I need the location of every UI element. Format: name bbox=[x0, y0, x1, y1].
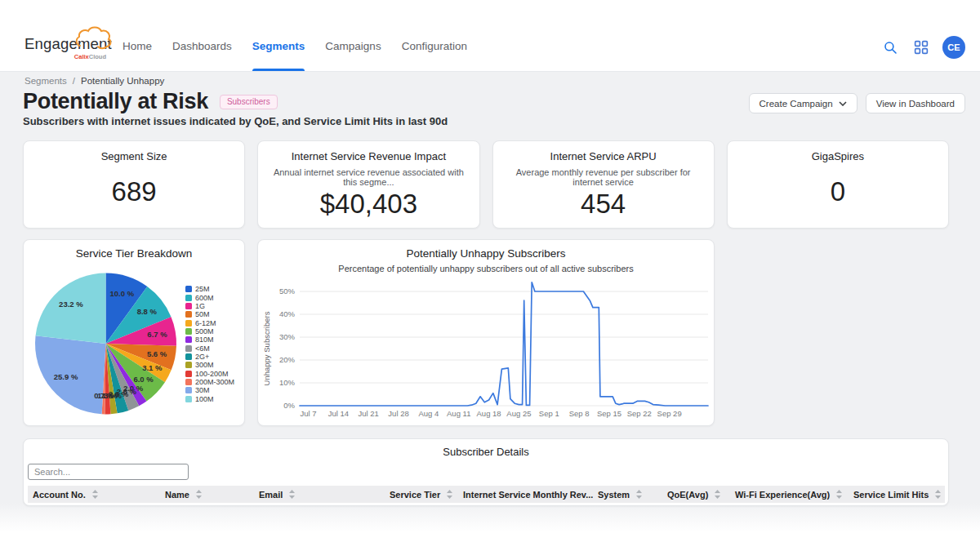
pie-chart-title: Service Tier Breakdown bbox=[24, 247, 244, 260]
legend-label: 100-200M bbox=[195, 370, 229, 378]
column-header-qoe-avg-[interactable]: QoE(Avg) bbox=[662, 490, 730, 500]
subscriber-details-card: Subscriber Details Account No.NameEmailS… bbox=[23, 438, 949, 506]
cloud-logo-icon bbox=[74, 24, 113, 52]
engagement-logo[interactable]: Engagement CalixCloud bbox=[24, 24, 103, 71]
legend-label: 2G+ bbox=[195, 353, 209, 361]
legend-item-300M: 300M bbox=[185, 361, 234, 369]
pie-label: 23.2 % bbox=[59, 300, 83, 309]
y-tick-label: 50% bbox=[279, 287, 296, 295]
legend-swatch bbox=[185, 371, 192, 377]
column-header-account-no-[interactable]: Account No. bbox=[28, 490, 160, 500]
column-label: Email bbox=[259, 490, 283, 500]
page-subtitle: Subscribers with internet issues indicat… bbox=[23, 115, 448, 127]
pie-label: 25.9 % bbox=[54, 372, 78, 381]
legend-item-25M: 25M bbox=[185, 285, 234, 293]
legend-swatch bbox=[185, 345, 192, 352]
legend-swatch bbox=[185, 286, 192, 292]
sort-icon bbox=[92, 490, 98, 499]
legend-item-2G+: 2G+ bbox=[185, 353, 234, 361]
legend-swatch bbox=[185, 379, 192, 385]
view-in-dashboard-button[interactable]: View in Dashboard bbox=[866, 93, 965, 113]
legend-label: 100M bbox=[195, 395, 214, 403]
legend-label: <6M bbox=[195, 344, 210, 353]
legend-item-100-200M: 100-200M bbox=[185, 369, 234, 377]
x-tick-label: Jul 14 bbox=[328, 409, 349, 418]
metric-title: GigaSpires bbox=[728, 150, 948, 162]
unhappy-subscribers-line bbox=[300, 282, 708, 406]
metric-value: $40,403 bbox=[258, 187, 479, 228]
legend-swatch bbox=[185, 362, 192, 368]
breadcrumb-parent[interactable]: Segments bbox=[24, 76, 67, 86]
column-label: Service Limit Hits bbox=[853, 490, 929, 500]
column-header-service-limit-hits[interactable]: Service Limit Hits bbox=[849, 490, 941, 500]
create-campaign-button[interactable]: Create Campaign bbox=[749, 93, 858, 113]
chevron-down-icon bbox=[839, 101, 847, 106]
potentially-unhappy-card: Potentially Unhappy Subscribers Percenta… bbox=[257, 239, 715, 426]
legend-label: 200M-300M bbox=[195, 378, 234, 386]
column-label: QoE(Avg) bbox=[667, 490, 708, 500]
legend-item-50M: 50M bbox=[185, 310, 234, 318]
nav-item-campaigns[interactable]: Campaigns bbox=[325, 24, 381, 71]
legend-item-30M: 30M bbox=[185, 386, 234, 394]
top-nav: Engagement CalixCloud HomeDashboardsSegm… bbox=[0, 0, 980, 72]
metric-title: Internet Service ARPU bbox=[493, 150, 714, 162]
x-tick-label: Sep 22 bbox=[627, 409, 652, 418]
metric-value: 454 bbox=[493, 187, 714, 228]
legend-swatch bbox=[185, 387, 192, 393]
column-header-wi-fi-experience-avg-[interactable]: Wi-Fi Experience(Avg) bbox=[730, 490, 849, 500]
table-header-row: Account No.NameEmailService TierInternet… bbox=[28, 486, 945, 503]
pie-label: 10.0 % bbox=[110, 289, 135, 298]
nav-item-configuration[interactable]: Configuration bbox=[402, 24, 467, 71]
legend-swatch bbox=[185, 320, 192, 327]
search-icon[interactable] bbox=[880, 38, 900, 57]
column-header-internet-service-monthly-rev-[interactable]: Internet Service Monthly Rev... bbox=[458, 490, 593, 500]
column-header-email[interactable]: Email bbox=[254, 490, 385, 500]
legend-swatch bbox=[185, 328, 192, 335]
unhappy-subscribers-line-chart: 0%10%20%30%40%50%Jul 7Jul 14Jul 21Jul 28… bbox=[258, 274, 715, 424]
sort-icon bbox=[636, 490, 642, 499]
legend-label: 50M bbox=[195, 310, 210, 318]
metric-card-gigaspires: GigaSpires0 bbox=[727, 140, 949, 229]
legend-swatch bbox=[185, 396, 192, 402]
legend-label: 6-12M bbox=[195, 319, 216, 327]
metric-title: Segment Size bbox=[24, 150, 244, 162]
pie-label: 3.1 % bbox=[142, 363, 163, 372]
table-title: Subscriber Details bbox=[24, 446, 948, 458]
main-content: Segments / Potentially Unhappy Potential… bbox=[0, 72, 980, 551]
column-label: Name bbox=[165, 490, 189, 500]
x-tick-label: Sep 1 bbox=[539, 409, 559, 418]
metric-value: 689 bbox=[24, 162, 244, 228]
metric-value: 0 bbox=[728, 162, 948, 228]
legend-label: 810M bbox=[195, 335, 214, 344]
subscribers-badge: Subscribers bbox=[220, 95, 278, 109]
sort-icon bbox=[289, 490, 295, 499]
nav-item-dashboards[interactable]: Dashboards bbox=[172, 24, 232, 71]
legend-item-810M: 810M bbox=[185, 335, 234, 344]
legend-item-100M: 100M bbox=[185, 394, 234, 402]
column-header-name[interactable]: Name bbox=[160, 490, 254, 500]
column-label: Service Tier bbox=[390, 490, 440, 500]
legend-item-6-12M: 6-12M bbox=[185, 318, 234, 327]
column-label: Wi-Fi Experience(Avg) bbox=[735, 490, 830, 500]
line-chart-subtitle: Percentage of potentially unhappy subscr… bbox=[258, 264, 714, 273]
nav-items: HomeDashboardsSegmentsCampaignsConfigura… bbox=[122, 24, 467, 71]
legend-swatch bbox=[185, 336, 192, 343]
metric-title: Internet Service Revenue Impact bbox=[258, 150, 479, 162]
x-tick-label: Jul 28 bbox=[388, 409, 408, 418]
app-grid-icon[interactable] bbox=[911, 38, 931, 57]
y-tick-label: 30% bbox=[279, 332, 296, 341]
metric-card-internet-service-arpu: Internet Service ARPUAverage monthly rev… bbox=[492, 140, 715, 229]
user-avatar[interactable]: CE bbox=[942, 36, 965, 59]
nav-item-segments[interactable]: Segments bbox=[252, 24, 305, 71]
column-header-service-tier[interactable]: Service Tier bbox=[385, 490, 458, 500]
nav-item-home[interactable]: Home bbox=[122, 24, 152, 71]
table-search-input[interactable] bbox=[28, 464, 189, 480]
sort-icon bbox=[447, 490, 452, 499]
legend-label: 600M bbox=[195, 294, 214, 302]
column-header-system[interactable]: System bbox=[593, 490, 662, 500]
x-tick-label: Aug 25 bbox=[506, 409, 531, 418]
create-campaign-label: Create Campaign bbox=[760, 99, 833, 109]
column-label: Internet Service Monthly Rev... bbox=[463, 490, 593, 500]
y-tick-label: 0% bbox=[283, 401, 295, 410]
legend-label: 1G bbox=[195, 302, 205, 310]
